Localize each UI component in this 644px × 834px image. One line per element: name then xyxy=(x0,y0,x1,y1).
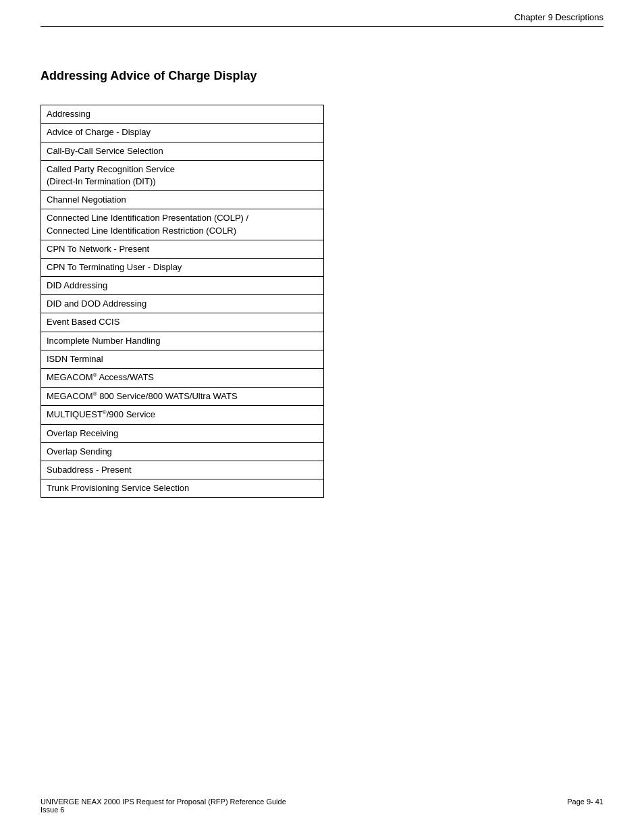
table-cell: Advice of Charge - Display xyxy=(41,124,324,142)
footer-page: Page 9- 41 xyxy=(567,798,603,806)
table-row: Called Party Recognition Service(Direct-… xyxy=(41,160,324,190)
table-row: Connected Line Identification Presentati… xyxy=(41,209,324,240)
table-container: AddressingAdvice of Charge - DisplayCall… xyxy=(41,105,603,498)
table-row: Channel Negotiation xyxy=(41,191,324,209)
table-cell: DID Addressing xyxy=(41,277,324,295)
table-row: Overlap Receiving xyxy=(41,424,324,442)
table-row: MEGACOM® 800 Service/800 WATS/Ultra WATS xyxy=(41,387,324,406)
table-cell: MEGACOM® Access/WATS xyxy=(41,369,324,388)
table-row: MEGACOM® Access/WATS xyxy=(41,369,324,388)
table-cell: ISDN Terminal xyxy=(41,350,324,368)
table-cell: Incomplete Number Handling xyxy=(41,332,324,350)
table-row: Call-By-Call Service Selection xyxy=(41,142,324,160)
table-cell: MEGACOM® 800 Service/800 WATS/Ultra WATS xyxy=(41,387,324,406)
page-title: Addressing Advice of Charge Display xyxy=(41,68,603,84)
table-cell: Channel Negotiation xyxy=(41,191,324,209)
table-row: ISDN Terminal xyxy=(41,350,324,368)
chapter-label: Chapter 9 Descriptions xyxy=(514,12,603,22)
table-row: CPN To Terminating User - Display xyxy=(41,258,324,276)
page-container: Chapter 9 Descriptions Addressing Advice… xyxy=(0,0,644,834)
table-cell: Addressing xyxy=(41,105,324,124)
page-footer: UNIVERGE NEAX 2000 IPS Request for Propo… xyxy=(41,798,603,814)
table-row: Trunk Provisioning Service Selection xyxy=(41,479,324,498)
footer-line1: UNIVERGE NEAX 2000 IPS Request for Propo… xyxy=(41,798,286,806)
table-cell: Called Party Recognition Service(Direct-… xyxy=(41,160,324,190)
table-cell: CPN To Network - Present xyxy=(41,240,324,258)
footer-line2: Issue 6 xyxy=(41,806,286,814)
table-cell: Overlap Sending xyxy=(41,442,324,461)
table-cell: Subaddress - Present xyxy=(41,461,324,479)
table-cell: Overlap Receiving xyxy=(41,424,324,442)
table-row: Incomplete Number Handling xyxy=(41,332,324,350)
table-row: DID Addressing xyxy=(41,277,324,295)
table-row: Addressing xyxy=(41,105,324,124)
table-row: MULTIQUEST®/900 Service xyxy=(41,406,324,425)
footer-left: UNIVERGE NEAX 2000 IPS Request for Propo… xyxy=(41,798,286,814)
footer-right: Page 9- 41 xyxy=(567,798,603,814)
features-table: AddressingAdvice of Charge - DisplayCall… xyxy=(41,105,324,498)
table-row: CPN To Network - Present xyxy=(41,240,324,258)
table-cell: Event Based CCIS xyxy=(41,313,324,332)
table-row: DID and DOD Addressing xyxy=(41,295,324,313)
table-cell: CPN To Terminating User - Display xyxy=(41,258,324,276)
table-cell: Trunk Provisioning Service Selection xyxy=(41,479,324,498)
table-cell: DID and DOD Addressing xyxy=(41,295,324,313)
table-cell: Call-By-Call Service Selection xyxy=(41,142,324,160)
page-content: Addressing Advice of Charge Display Addr… xyxy=(0,27,644,498)
table-row: Overlap Sending xyxy=(41,442,324,461)
table-cell: Connected Line Identification Presentati… xyxy=(41,209,324,240)
page-header: Chapter 9 Descriptions xyxy=(0,0,644,22)
table-row: Event Based CCIS xyxy=(41,313,324,332)
table-row: Subaddress - Present xyxy=(41,461,324,479)
table-cell: MULTIQUEST®/900 Service xyxy=(41,406,324,425)
table-row: Advice of Charge - Display xyxy=(41,124,324,142)
